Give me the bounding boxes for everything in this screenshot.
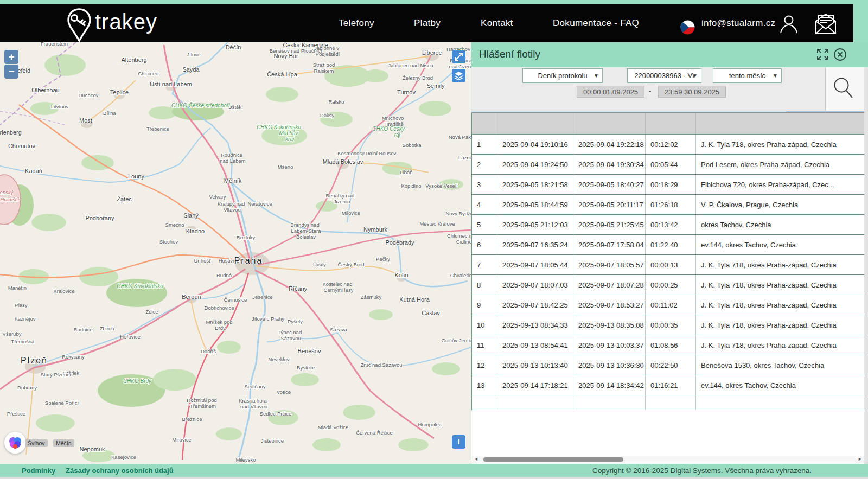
table-cell: 00:13:42 — [646, 215, 696, 235]
table-cell: 10 — [472, 315, 497, 335]
table-cell: J. K. Tyla 718, okres Praha-západ, Czech… — [696, 315, 865, 335]
table-cell: 00:00:35 — [646, 315, 696, 335]
table-cell: 00:18:29 — [646, 175, 696, 195]
map-label: Dolní Bousov — [366, 150, 397, 156]
map-label: Liberec — [422, 49, 442, 56]
scroll-left-arrow[interactable]: ◄ — [474, 456, 478, 462]
table-row[interactable]: 62025-09-07 16:35:242025-09-07 17:58:040… — [472, 235, 865, 255]
nav-item-telefony[interactable]: Telefony — [339, 4, 374, 42]
brand-name[interactable]: trakey — [95, 10, 157, 34]
table-cell: ev.144, okres Tachov, Czechia — [696, 375, 865, 395]
map-label: Milovice — [342, 210, 360, 216]
account-icon[interactable] — [780, 14, 798, 36]
map-label: Třemošná — [11, 339, 35, 344]
contact-email[interactable]: info@stualarm.cz — [701, 4, 775, 42]
footer-link-podminky[interactable]: Podmínky — [22, 464, 55, 477]
horizontal-scroll-thumb[interactable] — [483, 457, 623, 462]
table-row[interactable]: 112025-09-13 08:54:412025-09-13 10:03:37… — [472, 335, 865, 355]
period-value: tento měsíc — [729, 72, 765, 80]
search-icon[interactable] — [832, 76, 855, 101]
map-label: Mladá Boleslav — [323, 158, 363, 165]
map-label: Pyšely — [288, 318, 303, 324]
table-cell: 2025-09-13 08:35:08 — [573, 315, 646, 335]
brand-pin-icon[interactable] — [66, 8, 92, 46]
map-label: CHKO Brdy — [123, 378, 152, 384]
map-label: Mnichovo — [382, 115, 404, 121]
nav-item-kontakt[interactable]: Kontakt — [481, 4, 513, 42]
map-label: Hořovice — [120, 334, 141, 340]
table-row[interactable]: 82025-09-07 18:07:032025-09-07 18:07:280… — [472, 275, 865, 295]
nav-item-dokumentace-faq[interactable]: Dokumentace - FAQ — [553, 4, 639, 42]
date-to-button[interactable]: 23:59 30.09.2025 — [658, 86, 726, 98]
table-row[interactable]: 122025-09-13 10:13:402025-09-13 10:36:30… — [472, 355, 865, 375]
table-row[interactable]: 132025-09-14 17:18:212025-09-14 18:34:42… — [472, 375, 865, 395]
table-row[interactable]: 12025-09-04 19:10:162025-09-04 19:22:180… — [472, 135, 865, 155]
map-label: Frauenstein — [41, 42, 68, 47]
table-cell: 2025-09-04 19:30:34 — [573, 155, 646, 175]
attribution-info-button[interactable]: i — [452, 435, 465, 449]
zoom-out-button[interactable]: − — [4, 65, 18, 79]
layers-button[interactable] — [452, 69, 465, 82]
vehicle-select[interactable]: 220000038963 - V\ ▼ — [627, 68, 701, 83]
map-label: Turnov — [397, 89, 416, 95]
map-label: Kosmonosy — [337, 150, 365, 156]
navbar: trakey Telefony Platby Kontakt Dokumenta… — [0, 4, 853, 42]
table-cell: 2025-09-13 10:13:40 — [497, 355, 573, 375]
app-root: trakey Telefony Platby Kontakt Dokumenta… — [0, 0, 868, 479]
map-label: Sedlec-Prčice — [260, 411, 292, 417]
date-separator: - — [649, 87, 651, 95]
fullscreen-map-button[interactable] — [452, 50, 465, 63]
map-label: Jistebnice — [261, 438, 284, 444]
table-row[interactable]: 22025-09-04 19:24:502025-09-04 19:30:340… — [472, 155, 865, 175]
close-panel-icon[interactable] — [833, 48, 847, 63]
table-row[interactable]: 32025-09-05 18:21:582025-09-05 18:40:270… — [472, 175, 865, 195]
map-label: Praha — [234, 256, 263, 265]
table-row[interactable]: 42025-09-05 18:44:592025-09-05 20:11:170… — [472, 195, 865, 215]
table-row[interactable]: 52025-09-05 21:12:032025-09-05 21:25:450… — [472, 215, 865, 235]
footer-link-zasady[interactable]: Zásady ochrany osobních údajů — [66, 464, 174, 477]
table-row[interactable]: 92025-09-07 18:42:252025-09-07 18:53:270… — [472, 295, 865, 315]
map-label: Roudnice — [221, 152, 242, 158]
map-label: Dobřany — [17, 385, 37, 391]
top-strip — [0, 0, 868, 4]
table-cell: 2025-09-05 18:21:58 — [497, 175, 573, 195]
date-from-button[interactable]: 00:00 01.09.2025 — [577, 86, 644, 98]
search-zone[interactable] — [825, 67, 864, 111]
map-canvas[interactable]: FrauensteinAltenbergSaydaLengefeldOlbern… — [0, 42, 471, 464]
map-label: Rožmitál pod — [187, 397, 216, 403]
map-label: Česká Lípa — [267, 71, 298, 78]
zoom-in-button[interactable]: + — [4, 50, 18, 64]
map-label: CHKO Křivoklátsko — [117, 283, 163, 289]
horizontal-scrollbar[interactable]: ◄ ► — [471, 456, 864, 463]
map-label: Velvary — [209, 194, 226, 200]
report-type-select[interactable]: Deník protokolu ▼ — [522, 68, 603, 83]
copyright-text: Copyright © 2016-2025 Digital Systems. V… — [592, 464, 812, 477]
nav-item-platby[interactable]: Platby — [414, 4, 441, 42]
mail-icon[interactable] — [814, 12, 838, 37]
extension-badge[interactable] — [4, 432, 26, 454]
czech-flag-icon[interactable] — [680, 20, 695, 37]
trips-table-wrap: 12025-09-04 19:10:162025-09-04 19:22:180… — [471, 112, 864, 455]
bottom-strip — [0, 477, 868, 479]
map-label: Starý Plzenec — [41, 372, 73, 378]
table-cell: 12 — [472, 355, 497, 375]
panel-title: Hlášení flotily — [479, 48, 540, 60]
map-label: Březnice — [182, 416, 202, 422]
period-select[interactable]: tento měsíc ▼ — [713, 68, 782, 83]
map-label: Lázně — [458, 155, 471, 161]
map-label: Třemšínem — [190, 403, 216, 409]
expand-panel-icon[interactable] — [816, 48, 829, 63]
map-label: Brdy — [215, 325, 226, 331]
table-row[interactable]: 102025-09-13 08:34:332025-09-13 08:35:08… — [472, 315, 865, 335]
panel-vertical-scrollbar[interactable] — [864, 67, 868, 464]
scroll-right-arrow[interactable]: ► — [858, 456, 863, 462]
table-cell: 2025-09-05 18:40:27 — [573, 175, 646, 195]
map-label: Bílina — [103, 110, 116, 116]
table-cell — [696, 395, 865, 410]
table-cell: 2025-09-14 17:18:21 — [497, 375, 573, 395]
map-highlight-chip: Měčín — [53, 439, 74, 447]
map-label: Červená Řečice — [356, 430, 393, 436]
map-highlight-chip: Švihov — [25, 439, 48, 447]
table-row[interactable]: 72025-09-07 18:05:442025-09-07 18:05:570… — [472, 255, 865, 275]
map-label: Týnec nad — [278, 329, 302, 335]
